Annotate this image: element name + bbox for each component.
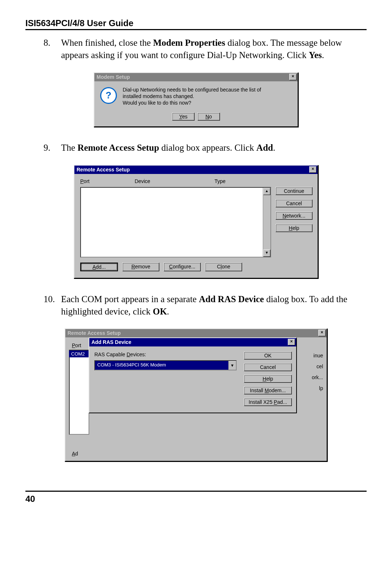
question-icon: ? [100, 87, 117, 104]
close-icon[interactable]: × [309, 166, 317, 173]
ras-device-listbox[interactable]: ▲ ▼ [80, 187, 271, 257]
com2-row[interactable]: COM2 [69, 350, 90, 357]
modem-message: Dial-up Networking needs to be configure… [123, 86, 261, 106]
modem-setup-dialog: Modem Setup × ? Dial-up Networking needs… [94, 72, 298, 127]
add-ras-device-dialog: Add RAS Device × RAS Capable Devices: CO… [89, 337, 297, 413]
ras-title: Remote Access Setup [77, 167, 130, 173]
step-10: 10. Each COM port appears in a separate … [44, 293, 367, 318]
clone-button[interactable]: Clone [205, 263, 242, 271]
add-ras-titlebar: Add RAS Device × [89, 338, 296, 346]
ras-column-headers: Port Device Type [78, 177, 314, 187]
step-8: 8. When finished, close the Modem Proper… [44, 37, 367, 61]
add-button[interactable]: Add... [80, 263, 118, 271]
help-button[interactable]: Help [275, 224, 313, 232]
yes-button[interactable]: Yes [172, 113, 195, 121]
ras-dialog-bg: Remote Access Setup × Port COM2 inue cel… [65, 328, 327, 462]
step-9: 9. The Remote Access Setup dialog box ap… [44, 142, 367, 154]
modem-titlebar: Modem Setup × [94, 73, 298, 81]
scrollbar[interactable]: ▲ ▼ [263, 188, 270, 257]
ras-bg-list [69, 350, 89, 435]
remove-button[interactable]: Remove [122, 263, 159, 271]
step-9-text: The Remote Access Setup dialog box appea… [61, 142, 351, 154]
cancel-button[interactable]: Cancel [275, 199, 313, 207]
add-ras-title: Add RAS Device [91, 339, 131, 345]
configure-button[interactable]: Configure... [164, 263, 201, 271]
ras-title-bg: Remote Access Setup [68, 330, 121, 336]
network-button[interactable]: Network... [275, 212, 313, 220]
help-button[interactable]: Help [244, 375, 292, 383]
close-icon[interactable]: × [318, 330, 326, 336]
ras-capable-devices-label: RAS Capable Devices: [94, 352, 237, 357]
doc-header: ISI5634PCI/4/8 User Guide [25, 18, 367, 30]
ras-devices-combobox[interactable]: COM3 - ISI5634PCI 56K Modem ▼ [94, 360, 237, 370]
no-button[interactable]: No [197, 113, 220, 121]
modem-title: Modem Setup [97, 74, 130, 80]
selected-device: COM3 - ISI5634PCI 56K Modem [95, 361, 228, 370]
step-8-text: When finished, close the Modem Propertie… [61, 37, 351, 61]
close-icon[interactable]: × [289, 74, 297, 80]
install-modem-button[interactable]: Install Modem... [244, 386, 292, 394]
ad-fragment: Ad [72, 451, 78, 457]
ras-bg-side-fragments: inue cel ork... lp [312, 353, 323, 391]
scroll-up-icon[interactable]: ▲ [263, 188, 270, 195]
step-10-num: 10. [44, 293, 59, 305]
install-x25-button[interactable]: Install X25 Pad... [244, 398, 292, 406]
ok-button[interactable]: OK [244, 352, 292, 360]
footer-rule [25, 491, 367, 492]
chevron-down-icon[interactable]: ▼ [228, 361, 236, 370]
step-8-num: 8. [44, 37, 59, 49]
scroll-down-icon[interactable]: ▼ [263, 249, 270, 257]
step-9-num: 9. [44, 142, 59, 154]
ras-titlebar: Remote Access Setup × [74, 166, 318, 174]
ras-dialog: Remote Access Setup × Port Device Type ▲… [74, 165, 318, 279]
close-icon[interactable]: × [288, 339, 295, 345]
ras-titlebar-inactive: Remote Access Setup × [65, 329, 327, 337]
page-number: 40 [25, 494, 367, 504]
step-10-text: Each COM port appears in a separate Add … [61, 293, 351, 318]
continue-button[interactable]: Continue [275, 187, 313, 195]
port-label: Port [72, 342, 81, 348]
cancel-button[interactable]: Cancel [244, 363, 292, 371]
